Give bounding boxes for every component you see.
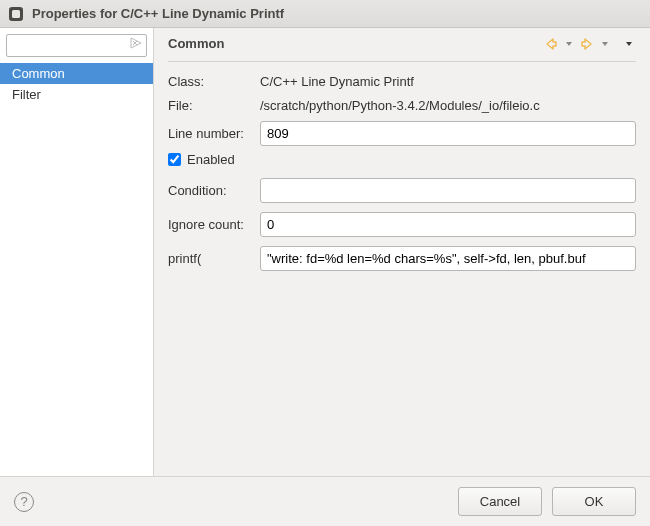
- class-value: C/C++ Line Dynamic Printf: [260, 74, 636, 89]
- enabled-checkbox[interactable]: [168, 153, 181, 166]
- condition-label: Condition:: [168, 183, 260, 198]
- sidebar-filter-input[interactable]: [6, 34, 147, 57]
- nav-icons: [544, 37, 636, 51]
- row-printf: printf(: [168, 243, 636, 273]
- footer: ? Cancel OK: [0, 476, 650, 526]
- svg-rect-1: [12, 10, 20, 18]
- main-panel: Common: [154, 28, 650, 476]
- enabled-label: Enabled: [187, 152, 235, 167]
- sidebar-item-common[interactable]: Common: [0, 63, 153, 84]
- titlebar: Properties for C/C++ Line Dynamic Printf: [0, 0, 650, 28]
- dropdown-back-icon[interactable]: [562, 37, 576, 51]
- nav-back-icon[interactable]: [544, 37, 558, 51]
- line-number-label: Line number:: [168, 126, 260, 141]
- row-file: File: /scratch/python/Python-3.4.2/Modul…: [168, 94, 636, 116]
- header-separator: [168, 61, 636, 62]
- nav-forward-icon[interactable]: [580, 37, 594, 51]
- form: Class: C/C++ Line Dynamic Printf File: /…: [154, 70, 650, 277]
- page-title: Common: [168, 36, 544, 51]
- dialog-window: Properties for C/C++ Line Dynamic Printf…: [0, 0, 650, 526]
- ok-button[interactable]: OK: [552, 487, 636, 516]
- row-ignore-count: Ignore count:: [168, 209, 636, 239]
- file-value: /scratch/python/Python-3.4.2/Modules/_io…: [260, 98, 636, 113]
- dropdown-forward-icon[interactable]: [598, 37, 612, 51]
- printf-label: printf(: [168, 251, 260, 266]
- help-icon[interactable]: ?: [14, 492, 34, 512]
- ignore-count-input[interactable]: [260, 212, 636, 237]
- view-menu-icon[interactable]: [622, 37, 636, 51]
- row-line-number: Line number:: [168, 118, 636, 148]
- row-enabled: Enabled: [168, 152, 636, 167]
- row-condition: Condition:: [168, 175, 636, 205]
- dialog-body: Common Filter Common: [0, 28, 650, 476]
- window-title: Properties for C/C++ Line Dynamic Printf: [32, 6, 284, 21]
- sidebar: Common Filter: [0, 28, 154, 476]
- sidebar-item-label: Common: [12, 66, 65, 81]
- file-label: File:: [168, 98, 260, 113]
- row-class: Class: C/C++ Line Dynamic Printf: [168, 70, 636, 92]
- window-app-icon: [8, 6, 24, 22]
- sidebar-item-filter[interactable]: Filter: [0, 84, 153, 105]
- sidebar-filter-wrap: [0, 34, 153, 63]
- cancel-button[interactable]: Cancel: [458, 487, 542, 516]
- condition-input[interactable]: [260, 178, 636, 203]
- sidebar-item-label: Filter: [12, 87, 41, 102]
- class-label: Class:: [168, 74, 260, 89]
- clear-filter-icon[interactable]: [129, 37, 143, 51]
- printf-input[interactable]: [260, 246, 636, 271]
- main-header: Common: [154, 28, 650, 61]
- line-number-input[interactable]: [260, 121, 636, 146]
- sidebar-list: Common Filter: [0, 63, 153, 476]
- ignore-count-label: Ignore count:: [168, 217, 260, 232]
